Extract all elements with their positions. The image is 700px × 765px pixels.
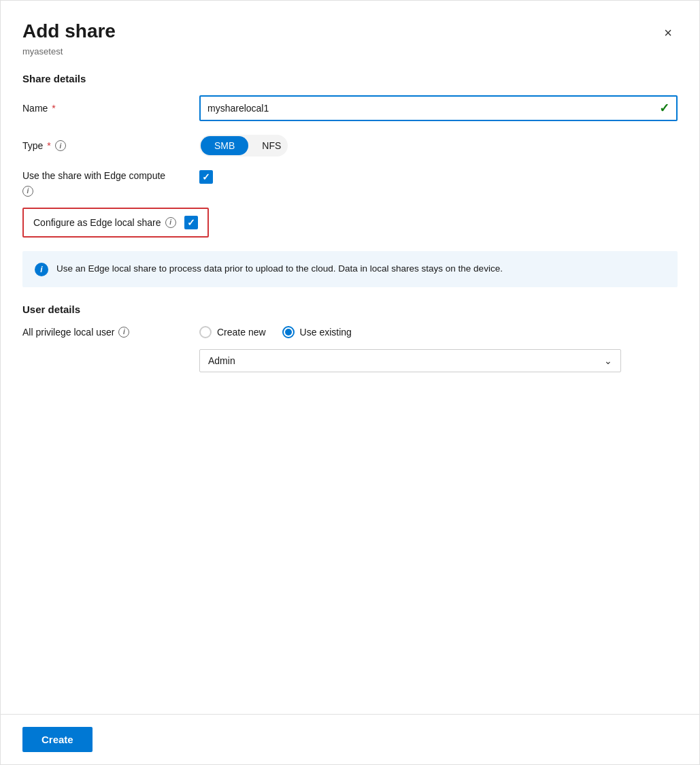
edge-compute-label: Use the share with Edge compute — [22, 170, 199, 181]
create-new-radio[interactable] — [199, 326, 212, 338]
name-row: Name * ✓ — [22, 95, 678, 121]
create-new-label: Create new — [217, 327, 266, 338]
privilege-info-icon[interactable]: i — [118, 327, 129, 338]
edge-local-checkbox[interactable]: ✓ — [184, 216, 198, 229]
type-row: Type * i SMB NFS — [22, 135, 678, 157]
dropdown-arrow-icon: ⌄ — [604, 355, 612, 366]
edge-local-row: Configure as Edge local share i ✓ — [22, 208, 209, 238]
dialog-title: Add share — [22, 20, 116, 43]
type-label: Type * i — [22, 140, 199, 151]
use-existing-radio[interactable] — [282, 326, 295, 338]
user-details-row: All privilege local user i Create new Us… — [22, 326, 678, 338]
name-valid-icon: ✓ — [659, 101, 669, 116]
add-share-dialog: Add share × myasetest Share details Name… — [0, 0, 700, 765]
use-existing-label: Use existing — [300, 327, 352, 338]
use-existing-option[interactable]: Use existing — [282, 326, 352, 338]
edge-local-label: Configure as Edge local share i — [33, 217, 176, 228]
edge-compute-info-icon[interactable]: i — [22, 186, 33, 197]
dialog-subtitle: myasetest — [22, 46, 678, 56]
dropdown-value: Admin — [208, 355, 604, 366]
info-box-icon: i — [35, 263, 48, 276]
edge-compute-check-icon: ✓ — [202, 172, 210, 182]
user-radio-group: Create new Use existing — [199, 326, 352, 338]
dialog-footer: Create — [1, 714, 699, 764]
name-label: Name * — [22, 103, 199, 114]
type-nfs-option[interactable]: NFS — [248, 136, 295, 155]
share-details-section-title: Share details — [22, 73, 678, 84]
type-smb-option[interactable]: SMB — [201, 136, 248, 155]
type-required-star: * — [47, 140, 50, 151]
dialog-body: Add share × myasetest Share details Name… — [1, 1, 699, 714]
info-box-text: Use an Edge local share to process data … — [56, 262, 503, 276]
admin-dropdown[interactable]: Admin ⌄ — [199, 349, 621, 372]
close-button[interactable]: × — [659, 22, 678, 44]
create-new-option[interactable]: Create new — [199, 326, 266, 338]
use-existing-radio-dot — [285, 329, 292, 336]
user-details-section-title: User details — [22, 304, 678, 315]
edge-local-check-icon: ✓ — [187, 217, 195, 228]
type-info-icon[interactable]: i — [55, 140, 66, 151]
edge-compute-checkbox[interactable]: ✓ — [199, 170, 213, 184]
info-box-icon-letter: i — [40, 265, 42, 274]
name-required-star: * — [52, 103, 55, 114]
dialog-header: Add share × — [22, 20, 678, 44]
privilege-label: All privilege local user i — [22, 327, 199, 338]
info-box: i Use an Edge local share to process dat… — [22, 251, 678, 287]
edge-local-info-icon[interactable]: i — [165, 217, 176, 228]
edge-local-highlighted-wrapper: Configure as Edge local share i ✓ — [22, 208, 678, 238]
type-toggle-group: SMB NFS — [199, 135, 288, 157]
name-input[interactable] — [207, 103, 659, 114]
edge-compute-row: Use the share with Edge compute i ✓ — [22, 170, 678, 197]
create-button[interactable]: Create — [22, 727, 93, 752]
name-input-wrapper[interactable]: ✓ — [199, 95, 678, 121]
